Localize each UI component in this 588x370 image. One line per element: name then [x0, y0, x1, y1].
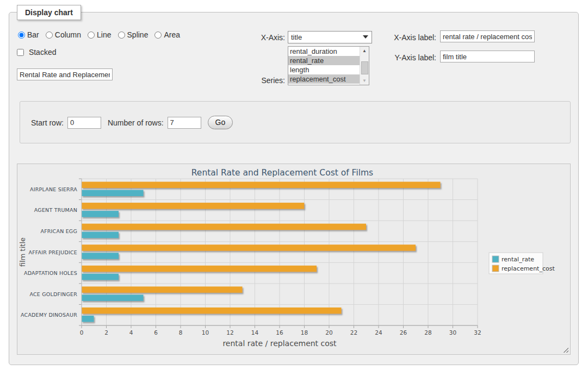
chart-type-column[interactable]: Column — [46, 30, 81, 39]
scroll-down-button[interactable]: ▼ — [360, 77, 369, 85]
scroll-up-button[interactable]: ▲ — [360, 47, 369, 55]
chart-type-radios: BarColumnLineSplineArea — [18, 30, 187, 39]
series-option-rental_duration[interactable]: rental_duration — [288, 47, 360, 56]
radio-label: Area — [164, 30, 180, 39]
x-tick-label: 20 — [325, 329, 332, 336]
radio-bar-button[interactable] — [18, 32, 25, 39]
x-tick-label: 6 — [154, 329, 158, 336]
scroll-thumb[interactable] — [361, 61, 368, 74]
series-option-rental_rate[interactable]: rental_rate — [288, 56, 360, 65]
chart-type-line[interactable]: Line — [88, 30, 111, 39]
x-tick-label: 18 — [301, 329, 308, 336]
x-tick-label: 8 — [179, 329, 183, 336]
bar-replacement_cost — [82, 308, 342, 314]
radio-area-button[interactable] — [154, 32, 162, 39]
radio-label: Spline — [127, 30, 148, 39]
x-axis-selected-value: title — [291, 33, 302, 41]
bar-chart: Rental Rate and Replacement Cost of Film… — [17, 164, 570, 354]
category-label: AGENT TRUMAN — [34, 207, 77, 213]
y-axis-label-input[interactable] — [440, 51, 535, 62]
display-chart-panel: Display chart BarColumnLineSplineArea St… — [9, 12, 579, 365]
start-row-input[interactable] — [67, 117, 101, 129]
radio-label: Column — [55, 30, 81, 39]
chart-type-bar[interactable]: Bar — [18, 30, 39, 39]
x-tick-label: 28 — [424, 329, 431, 336]
category-label: AFRICAN EGG — [40, 228, 77, 234]
x-axis-select[interactable]: title — [288, 31, 372, 43]
x-tick-label: 32 — [474, 329, 481, 336]
category-label: ACADEMY DINOSAUR — [21, 312, 77, 318]
go-button[interactable]: Go — [208, 116, 233, 129]
x-tick-label: 2 — [104, 329, 108, 336]
x-tick-label: 24 — [375, 329, 382, 336]
x-tick-label: 14 — [251, 329, 259, 336]
stacked-checkbox-row[interactable]: Stacked — [17, 48, 56, 57]
legend-swatch-icon — [492, 256, 499, 262]
series-listbox[interactable]: rental_durationrental_ratelengthreplacem… — [288, 46, 369, 85]
chart-title-input[interactable] — [17, 68, 113, 80]
start-row-label: Start row: — [31, 118, 64, 127]
y-axis-field-label: Y-Axis label: — [390, 53, 436, 62]
chevron-down-icon — [363, 35, 368, 39]
x-tick-label: 30 — [449, 329, 456, 336]
x-tick-label: 12 — [226, 329, 233, 336]
legend-swatch-icon — [492, 265, 499, 272]
category-label: AFFAIR PREJUDICE — [28, 249, 77, 255]
bar-rental_rate — [82, 253, 119, 259]
num-rows-input[interactable] — [168, 117, 201, 129]
category-label: ADAPTATION HOLES — [24, 270, 77, 276]
x-axis-title: rental rate / replacement cost — [222, 339, 337, 348]
chart-container: Rental Rate and Replacement Cost of Film… — [17, 164, 571, 355]
series-option-replacement_cost[interactable]: replacement_cost — [288, 74, 360, 84]
radio-spline-button[interactable] — [118, 32, 125, 39]
bar-rental_rate — [82, 316, 94, 322]
radio-line-button[interactable] — [88, 32, 95, 39]
legend-label: rental_rate — [502, 256, 534, 263]
x-axis-label-text: X-Axis: — [254, 33, 285, 42]
series-label-text: Series: — [254, 76, 285, 85]
x-tick-label: 22 — [350, 329, 357, 336]
bar-rental_rate — [82, 190, 144, 197]
chart-title: Rental Rate and Replacement Cost of Film… — [191, 168, 373, 178]
bar-replacement_cost — [82, 244, 416, 251]
bar-replacement_cost — [82, 224, 366, 230]
num-rows-label: Number of rows: — [108, 118, 164, 127]
bar-replacement_cost — [82, 203, 304, 209]
y-axis-title: film title — [18, 237, 27, 267]
bar-rental_rate — [82, 232, 119, 239]
radio-label: Line — [97, 30, 111, 39]
x-tick-label: 10 — [202, 329, 209, 336]
x-tick-label: 26 — [400, 329, 407, 336]
chart-type-area[interactable]: Area — [154, 30, 180, 39]
scrollbar[interactable]: ▲ ▼ — [360, 47, 369, 85]
bar-replacement_cost — [82, 286, 243, 293]
x-tick-label: 4 — [129, 329, 133, 336]
legend-item-rental_rate[interactable]: rental_rate — [492, 256, 534, 263]
x-axis-field-label: X-Axis label: — [390, 33, 436, 42]
bar-rental_rate — [82, 211, 119, 217]
x-axis-label-input[interactable] — [440, 30, 535, 42]
chart-legend: rental_ratereplacement_cost — [489, 253, 555, 274]
bar-rental_rate — [82, 294, 144, 301]
radio-label: Bar — [27, 30, 39, 39]
category-label: AIRPLANE SIERRA — [30, 186, 77, 192]
legend-label: replacement_cost — [502, 265, 555, 272]
radio-column-button[interactable] — [46, 32, 53, 39]
series-option-length[interactable]: length — [288, 65, 360, 74]
panel-title: Display chart — [17, 5, 81, 20]
series-options: rental_durationrental_ratelengthreplacem… — [288, 47, 360, 85]
stacked-checkbox[interactable] — [17, 49, 24, 56]
stacked-label: Stacked — [29, 48, 57, 57]
x-tick-label: 16 — [276, 329, 283, 336]
bar-rental_rate — [82, 274, 119, 280]
x-tick-label: 0 — [80, 329, 84, 336]
category-label: ACE GOLDFINGER — [29, 291, 77, 297]
chart-type-spline[interactable]: Spline — [118, 30, 148, 39]
bar-replacement_cost — [82, 182, 441, 189]
row-range-box: Start row: Number of rows: Go — [20, 101, 571, 143]
legend-item-replacement_cost[interactable]: replacement_cost — [492, 265, 555, 272]
bar-replacement_cost — [82, 266, 317, 272]
